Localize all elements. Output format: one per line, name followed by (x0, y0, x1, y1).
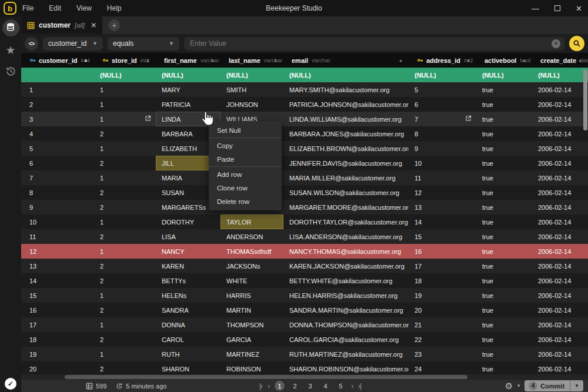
cell-last_name[interactable]: MARTINEZ (220, 347, 283, 361)
column-header-email[interactable]: email varchar ▲ (283, 53, 409, 68)
sidebar-item-history[interactable] (0, 61, 21, 83)
cell-create_date[interactable]: 2006-02-14 (532, 347, 588, 361)
clear-filter-icon[interactable]: ✕ (552, 39, 560, 48)
page-button-4[interactable]: 4 (320, 381, 330, 391)
cell-customer_id[interactable]: 5 (21, 141, 94, 156)
cell-last_name[interactable]: SMITH (220, 82, 283, 97)
cell-activebool[interactable]: true (476, 347, 532, 361)
cell-address_id[interactable]: 16 (409, 244, 476, 259)
cell-customer_id[interactable]: 18 (21, 332, 94, 347)
cell-store_id[interactable]: 1 (94, 215, 156, 229)
cell-email[interactable]: CAROL.GARCIA@sakilacustomer.org (283, 332, 409, 347)
new-row-cell-customer_id[interactable] (21, 68, 94, 82)
cell-customer_id[interactable]: 17 (21, 317, 94, 332)
cell-address_id[interactable]: 22 (409, 332, 476, 347)
cell-activebool[interactable]: true (476, 97, 532, 112)
cell-activebool[interactable]: true (476, 288, 532, 303)
cell-create_date[interactable]: 2006-02-14 (532, 273, 588, 288)
cell-store_id[interactable]: 2 (94, 185, 156, 200)
cell-email[interactable]: MARY.SMITH@sakilacustomer.org (283, 82, 409, 97)
cell-create_date[interactable]: 2006-02-14 (532, 244, 588, 259)
cell-last_name[interactable]: JACKSONs (220, 259, 283, 273)
cell-create_date[interactable]: 2006-02-14 (532, 303, 588, 317)
cell-customer_id[interactable]: 7 (21, 170, 94, 185)
cell-activebool[interactable]: true (476, 317, 532, 332)
table-row[interactable]: 92MARGARETSsMOORESMARGARET.MOORE@sakilac… (21, 200, 588, 215)
table-row[interactable]: 21PATRICIAJOHNSONPATRICIA.JOHNSON@sakila… (21, 97, 588, 112)
table-row[interactable]: 162SANDRAMARTINSANDRA.MARTIN@sakilacusto… (21, 303, 588, 317)
cell-store_id[interactable]: 2 (94, 303, 156, 317)
close-button[interactable]: ✕ (576, 4, 582, 13)
cell-last_name[interactable]: TAYLOR (220, 215, 283, 229)
horizontal-scrollbar[interactable] (21, 374, 588, 380)
table-row[interactable]: 51ELIZABETHBROWNELIZABETH.BROWN@sakilacu… (21, 141, 588, 156)
table-row[interactable]: 71MARIAMILLERMARIA.MILLER@sakilacustomer… (21, 170, 588, 185)
last-updated[interactable]: 5 minutes ago (116, 383, 166, 390)
page-button-3[interactable]: 3 (305, 381, 315, 391)
cell-email[interactable]: SANDRA.MARTIN@sakilacustomer.org (283, 303, 409, 317)
cell-last_name[interactable]: ANDERSON (220, 229, 283, 244)
cell-address_id[interactable]: 17 (409, 259, 476, 273)
pending-insert-row[interactable]: (NULL)(NULL)(NULL)(NULL)(NULL)(NULL)(NUL… (21, 68, 588, 82)
cell-store_id[interactable]: 1 (94, 170, 156, 185)
cell-create_date[interactable]: 2006-02-14 (532, 229, 588, 244)
cell-first_name[interactable]: BETTYs (156, 273, 220, 288)
sort-asc-icon[interactable]: ▲ (273, 58, 278, 62)
table-row[interactable]: 121NANCYTHOMASsdfsdfNANCY.THOMAS@sakilac… (21, 244, 588, 259)
table-row[interactable]: 151HELENsHARRISHELEN.HARRIS@sakilacustom… (21, 288, 588, 303)
cell-first_name[interactable]: HELENs (156, 288, 220, 303)
cell-customer_id[interactable]: 4 (21, 126, 94, 141)
cell-address_id[interactable]: 20 (409, 303, 476, 317)
cell-activebool[interactable]: true (476, 126, 532, 141)
cell-customer_id[interactable]: 6 (21, 156, 94, 170)
cell-activebool[interactable]: true (476, 170, 532, 185)
column-header-customer_id[interactable]: customer_id int4 ▲ (21, 53, 94, 68)
cell-store_id[interactable]: 2 (94, 200, 156, 215)
sidebar-item-tables[interactable] (0, 16, 21, 39)
cell-email[interactable]: RUTH.MARTINEZ@sakilacustomer.org (283, 347, 409, 361)
table-row[interactable]: 31 LINDAWILLIAMSLINDA.WILLIAMS@sakilacus… (21, 112, 588, 126)
cell-customer_id[interactable]: 9 (21, 200, 94, 215)
minimize-button[interactable]: — (532, 4, 539, 13)
cell-email[interactable]: BETTY.WHITE@sakilacustomer.org (283, 273, 409, 288)
cell-store_id[interactable]: 2 (94, 229, 156, 244)
cell-store_id[interactable]: 1 (94, 317, 156, 332)
table-row[interactable]: 62JILLDAVISJENNIFER.DAVIS@sakilacustomer… (21, 156, 588, 170)
new-row-cell-store_id[interactable]: (NULL) (94, 68, 156, 82)
column-header-address_id[interactable]: address_id int2 ▲ (409, 53, 476, 68)
new-row-cell-create_date[interactable]: (NULL) (532, 68, 588, 82)
cell-email[interactable]: BARBARA.JONES@sakilacustomer.org (283, 126, 409, 141)
cell-customer_id[interactable]: 19 (21, 347, 94, 361)
context-menu-item-clone-row[interactable]: Clone row (209, 181, 282, 195)
vertical-scrollbar[interactable] (583, 69, 587, 130)
page-button-5[interactable]: 5 (336, 381, 346, 391)
cell-address_id[interactable]: 11 (409, 170, 476, 185)
cell-last_name[interactable]: MARTIN (220, 303, 283, 317)
cell-create_date[interactable]: 2006-02-14 (532, 126, 588, 141)
table-row[interactable]: 82SUSANWILSONSUSAN.WILSON@sakilacustomer… (21, 185, 588, 200)
cell-create_date[interactable]: 2006-02-14 (532, 288, 588, 303)
cell-email[interactable]: HELEN.HARRIS@sakilacustomer.org (283, 288, 409, 303)
table-row[interactable]: 11MARYSMITHMARY.SMITH@sakilacustomer.org… (21, 82, 588, 97)
cell-email[interactable]: KAREN.JACKSON@sakilacustomer.org (283, 259, 409, 273)
sort-asc-icon[interactable]: ▲ (211, 58, 215, 62)
cell-email[interactable]: LISA.ANDERSON@sakilacustomer.org (283, 229, 409, 244)
cell-address_id[interactable]: 21 (409, 317, 476, 332)
cell-address_id[interactable]: 19 (409, 288, 476, 303)
cell-store_id[interactable]: 2 (94, 273, 156, 288)
new-row-cell-first_name[interactable]: (NULL) (156, 68, 220, 82)
cell-last_name[interactable]: THOMASsdfsdf (220, 244, 283, 259)
sort-asc-icon[interactable]: ▲ (522, 58, 526, 62)
cell-activebool[interactable]: true (476, 82, 532, 97)
column-header-create_date[interactable]: create_date date ▲ (532, 53, 588, 68)
chevron-down-icon[interactable]: ▼ (516, 383, 521, 388)
connection-status[interactable]: ✓ (0, 377, 21, 391)
table-row[interactable]: 191RUTHMARTINEZRUTH.MARTINEZ@sakilacusto… (21, 347, 588, 361)
cell-create_date[interactable]: 2006-02-14 (532, 97, 588, 112)
gear-icon[interactable]: ⚙ (505, 381, 513, 391)
context-menu-item-set-null[interactable]: Set Null (209, 123, 282, 137)
context-menu-item-paste[interactable]: Paste (209, 152, 282, 166)
new-row-cell-email[interactable]: (NULL) (283, 68, 409, 82)
cell-create_date[interactable]: 2006-02-14 (532, 185, 588, 200)
horizontal-scroll-thumb[interactable] (65, 375, 467, 379)
